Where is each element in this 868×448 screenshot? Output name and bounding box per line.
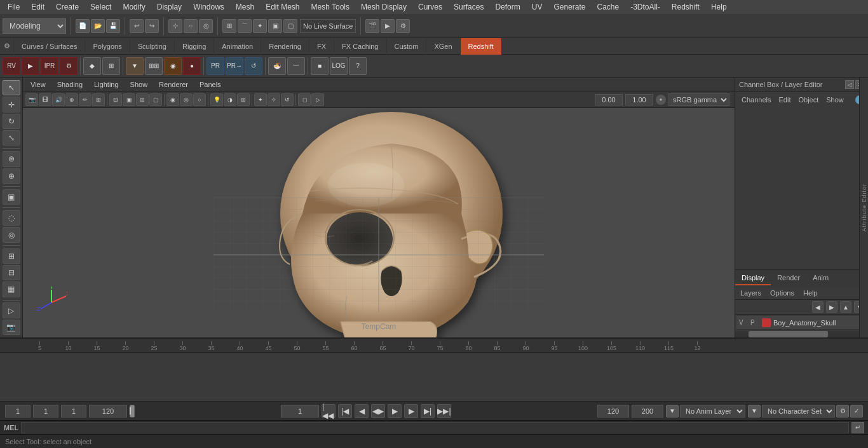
menu-edit[interactable]: Edit bbox=[26, 1, 50, 13]
snap-surface-icon[interactable]: ▣ bbox=[268, 19, 282, 33]
vp-texture-icon[interactable]: ⊞ bbox=[237, 93, 250, 106]
lasso-select-tool[interactable]: ▣ bbox=[3, 189, 20, 205]
tab-sculpting[interactable]: Sculpting bbox=[130, 38, 175, 55]
vp-menu-view[interactable]: View bbox=[25, 79, 51, 90]
rs-icon-18[interactable]: ? bbox=[349, 57, 367, 75]
char-set-icon2[interactable]: ✓ bbox=[850, 405, 863, 417]
layer-row-skull[interactable]: V P Boy_Anatomy_Skull bbox=[736, 316, 867, 330]
step-fwd-btn[interactable]: ▶ bbox=[404, 404, 418, 418]
tab-rigging[interactable]: Rigging bbox=[175, 38, 214, 55]
gamma-value-input[interactable] bbox=[595, 94, 623, 105]
snap-view-icon[interactable]: ▢ bbox=[283, 19, 297, 33]
tab-rendering[interactable]: Rendering bbox=[261, 38, 309, 55]
vp-paint-icon[interactable]: ✏ bbox=[79, 93, 92, 106]
camera-tool[interactable]: 📷 bbox=[3, 320, 20, 335]
rotate-tool[interactable]: ↻ bbox=[3, 114, 20, 129]
layer-icon-right[interactable]: ▶ bbox=[826, 301, 837, 313]
vp-film-icon[interactable]: 🎞 bbox=[39, 93, 51, 106]
vp-res-icon[interactable]: ⊞ bbox=[136, 93, 149, 106]
frame-slider[interactable]: ▎ bbox=[130, 405, 135, 417]
timeline-ruler[interactable]: 5 10 15 20 25 30 35 40 45 50 55 60 65 70… bbox=[0, 339, 868, 353]
vp-camera-icon[interactable]: 📷 bbox=[25, 93, 38, 106]
snap-curve-icon[interactable]: ⌒ bbox=[238, 19, 252, 33]
vp-audio-icon[interactable]: 🔊 bbox=[52, 93, 65, 106]
menu-3dtoall[interactable]: -3DtoAll- bbox=[625, 1, 665, 13]
3d-viewport[interactable]: X Y Z TempCam bbox=[23, 108, 735, 337]
display-layer-tool[interactable]: ⊞ bbox=[3, 248, 20, 264]
select-tool[interactable]: ↖ bbox=[3, 80, 20, 95]
new-file-icon[interactable]: 📄 bbox=[76, 19, 90, 33]
rs-icon-6[interactable]: ⊞ bbox=[102, 57, 120, 75]
rs-icon-9[interactable]: ◉ bbox=[164, 57, 182, 75]
move-tool[interactable]: ✛ bbox=[3, 97, 20, 112]
layer-menu-layers[interactable]: Layers bbox=[738, 288, 764, 298]
layer-icon-left[interactable]: ◀ bbox=[812, 301, 824, 313]
rs-icon-1[interactable]: RV bbox=[3, 57, 20, 75]
vp-anim-icon[interactable]: ▷ bbox=[311, 93, 324, 106]
menu-help[interactable]: Help bbox=[706, 1, 732, 13]
command-input[interactable] bbox=[21, 422, 849, 433]
vp-snap-icon[interactable]: ⊞ bbox=[92, 93, 105, 106]
layer-tab-render[interactable]: Render bbox=[771, 271, 806, 285]
anim-layer-select[interactable]: No Anim Layer bbox=[680, 405, 745, 417]
layer-menu-help[interactable]: Help bbox=[801, 288, 820, 298]
vp-shadow-icon[interactable]: ◑ bbox=[224, 93, 236, 106]
menu-modify[interactable]: Modify bbox=[118, 1, 150, 13]
end-frame-input[interactable] bbox=[89, 405, 127, 417]
vp-border-icon[interactable]: ▢ bbox=[149, 93, 162, 106]
rs-icon-4[interactable]: ⚙ bbox=[60, 57, 78, 75]
paint-select-icon[interactable]: ◎ bbox=[199, 19, 213, 33]
layer-tab-anim[interactable]: Anim bbox=[806, 271, 835, 285]
tab-curves-surfaces[interactable]: Curves / Surfaces bbox=[14, 38, 85, 55]
redo-icon[interactable]: ↪ bbox=[145, 19, 159, 33]
menu-mesh-tools[interactable]: Mesh Tools bbox=[306, 1, 355, 13]
frame-input-3[interactable] bbox=[61, 405, 86, 417]
vp-menu-shading[interactable]: Shading bbox=[52, 79, 88, 90]
layer-tab-display[interactable]: Display bbox=[735, 271, 771, 285]
snap-grid-icon[interactable]: ⊞ bbox=[222, 19, 236, 33]
tab-fx-caching[interactable]: FX Caching bbox=[334, 38, 386, 55]
vp-menu-show[interactable]: Show bbox=[125, 79, 153, 90]
menu-display[interactable]: Display bbox=[152, 1, 187, 13]
rs-icon-13[interactable]: ↺ bbox=[245, 57, 262, 75]
menu-select[interactable]: Select bbox=[85, 1, 116, 13]
rs-icon-8[interactable]: ⊞⊞ bbox=[145, 57, 163, 75]
rs-icon-10[interactable]: ● bbox=[183, 57, 201, 75]
render-icon[interactable]: 🎬 bbox=[365, 19, 379, 33]
soft-select-tool[interactable]: ⊛ bbox=[3, 151, 20, 166]
save-file-icon[interactable]: 💾 bbox=[106, 19, 120, 33]
char-set-select[interactable]: No Character Set bbox=[762, 405, 835, 417]
go-start-btn[interactable]: |◀◀ bbox=[322, 404, 336, 418]
go-next-key-btn[interactable]: ▶| bbox=[421, 404, 435, 418]
tab-animation[interactable]: Animation bbox=[214, 38, 261, 55]
vp-wireframe-icon[interactable]: ↺ bbox=[281, 93, 294, 106]
rs-icon-7[interactable]: ▼ bbox=[126, 57, 144, 75]
menu-curves[interactable]: Curves bbox=[413, 1, 447, 13]
menu-generate[interactable]: Generate bbox=[548, 1, 590, 13]
ch-expand-icon[interactable]: ◁ bbox=[845, 80, 854, 89]
tab-xgen[interactable]: XGen bbox=[426, 38, 460, 55]
isolate-select-tool[interactable]: ⊟ bbox=[3, 265, 20, 280]
render-quick-icon[interactable]: ▷ bbox=[3, 302, 20, 318]
vp-shading-icon-1[interactable]: ◉ bbox=[166, 93, 179, 106]
lasso-icon[interactable]: ○ bbox=[184, 19, 198, 33]
tab-fx[interactable]: FX bbox=[309, 38, 334, 55]
char-set-arrow[interactable]: ▼ bbox=[748, 405, 761, 417]
sculpt-tool-2[interactable]: ◎ bbox=[3, 227, 20, 242]
vp-menu-lighting[interactable]: Lighting bbox=[89, 79, 124, 90]
vp-menu-panels[interactable]: Panels bbox=[194, 79, 226, 90]
vp-light-icon[interactable]: 💡 bbox=[210, 93, 223, 106]
tab-polygons[interactable]: Polygons bbox=[85, 38, 130, 55]
play-back-btn[interactable]: ◀▶ bbox=[371, 404, 385, 418]
gamma-scale-input[interactable] bbox=[625, 94, 653, 105]
step-back-btn[interactable]: ◀ bbox=[355, 404, 369, 418]
rs-icon-12[interactable]: PR→ bbox=[226, 57, 243, 75]
scale-tool[interactable]: ⤡ bbox=[3, 130, 20, 146]
vp-select-icon[interactable]: ◻ bbox=[298, 93, 311, 106]
vp-heads-icon[interactable]: ▣ bbox=[123, 93, 135, 106]
vp-shading-icon-2[interactable]: ◎ bbox=[180, 93, 193, 106]
workspace-selector[interactable]: Modeling bbox=[3, 18, 66, 34]
go-prev-key-btn[interactable]: |◀ bbox=[338, 404, 352, 418]
rs-icon-17[interactable]: LOG bbox=[330, 57, 348, 75]
current-frame-display[interactable] bbox=[281, 405, 319, 417]
